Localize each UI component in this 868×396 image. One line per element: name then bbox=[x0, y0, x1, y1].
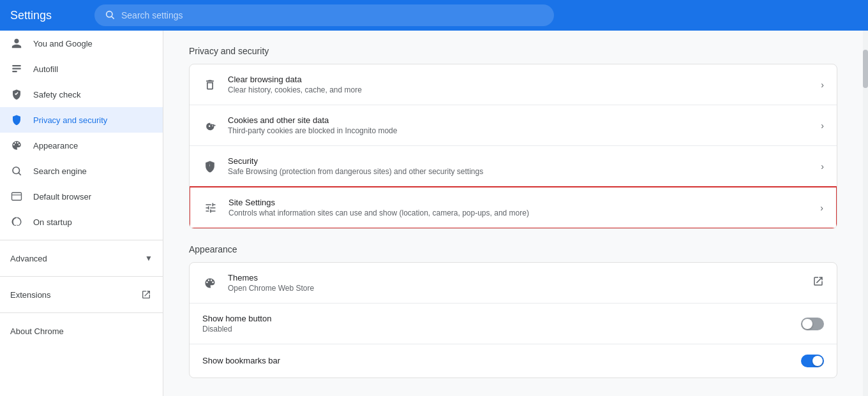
svg-rect-3 bbox=[12, 68, 21, 70]
show-home-button-row[interactable]: Show home button Disabled bbox=[190, 304, 837, 344]
external-link-icon bbox=[140, 288, 153, 301]
header: Settings bbox=[0, 0, 868, 31]
security-title: Security bbox=[228, 156, 811, 166]
sidebar-label-safety-check: Safety check bbox=[33, 90, 153, 99]
scrollbar-thumb[interactable] bbox=[863, 50, 868, 88]
site-settings-row[interactable]: Site Settings Controls what information … bbox=[189, 186, 837, 229]
site-settings-chevron: › bbox=[820, 203, 823, 213]
clear-browsing-data-chevron: › bbox=[821, 80, 824, 90]
sidebar-label-search-engine: Search engine bbox=[33, 166, 153, 176]
themes-palette-icon bbox=[202, 275, 218, 291]
clear-browsing-data-title: Clear browsing data bbox=[228, 75, 811, 84]
cookies-desc: Third-party cookies are blocked in Incog… bbox=[228, 126, 811, 135]
cookies-chevron: › bbox=[821, 121, 824, 131]
person-icon bbox=[10, 37, 23, 50]
sidebar-item-default-browser[interactable]: Default browser bbox=[0, 184, 163, 209]
show-bookmarks-bar-row[interactable]: Show bookmarks bar bbox=[190, 344, 837, 378]
scrollbar[interactable] bbox=[863, 31, 868, 396]
sidebar-item-safety-check[interactable]: Safety check bbox=[0, 82, 163, 107]
svg-rect-4 bbox=[12, 71, 17, 72]
clear-browsing-data-desc: Clear history, cookies, cache, and more bbox=[228, 85, 811, 94]
content-area: Privacy and security Clear browsing data… bbox=[163, 31, 863, 396]
themes-row[interactable]: Themes Open Chrome Web Store bbox=[190, 263, 837, 304]
privacy-section-title: Privacy and security bbox=[189, 46, 837, 56]
toggle-thumb bbox=[802, 319, 812, 329]
shield-check-icon bbox=[10, 88, 23, 101]
sidebar-item-autofill[interactable]: Autofill bbox=[0, 56, 163, 82]
browser-icon bbox=[10, 190, 23, 203]
themes-title: Themes bbox=[228, 273, 802, 282]
shield-blue-icon bbox=[10, 114, 23, 126]
sidebar-divider-3 bbox=[0, 312, 163, 313]
security-row[interactable]: Security Safe Browsing (protection from … bbox=[190, 146, 837, 187]
sidebar-label-extensions: Extensions bbox=[10, 290, 130, 300]
sidebar-label-on-startup: On startup bbox=[33, 217, 153, 227]
svg-point-0 bbox=[107, 11, 112, 17]
main-layout: You and Google Autofill Safety check Pri… bbox=[0, 31, 868, 396]
show-home-button-title: Show home button bbox=[202, 314, 791, 323]
delete-icon bbox=[202, 77, 218, 92]
sidebar-item-advanced[interactable]: Advanced ▼ bbox=[0, 246, 163, 271]
clear-browsing-data-row[interactable]: Clear browsing data Clear history, cooki… bbox=[190, 64, 837, 105]
security-chevron: › bbox=[821, 161, 824, 172]
show-bookmarks-bar-title: Show bookmarks bar bbox=[202, 356, 791, 365]
security-shield-icon bbox=[202, 159, 218, 174]
advanced-chevron-icon: ▼ bbox=[145, 254, 153, 263]
cookies-text: Cookies and other site data Third-party … bbox=[228, 115, 811, 135]
power-icon bbox=[10, 216, 23, 228]
palette-icon bbox=[10, 139, 23, 152]
appearance-section-title: Appearance bbox=[189, 244, 837, 254]
sidebar-item-privacy-security[interactable]: Privacy and security bbox=[0, 107, 163, 133]
search-input[interactable] bbox=[121, 10, 544, 20]
app-title: Settings bbox=[10, 9, 87, 22]
svg-rect-2 bbox=[12, 65, 21, 66]
svg-rect-7 bbox=[12, 193, 22, 200]
sidebar-item-appearance[interactable]: Appearance bbox=[0, 133, 163, 158]
autofill-icon bbox=[10, 62, 23, 75]
show-bookmarks-bar-text: Show bookmarks bar bbox=[202, 356, 791, 367]
clear-browsing-data-text: Clear browsing data Clear history, cooki… bbox=[228, 75, 811, 94]
show-home-button-desc: Disabled bbox=[202, 325, 791, 334]
appearance-settings-card: Themes Open Chrome Web Store Show home b… bbox=[189, 262, 837, 378]
sidebar-label-appearance: Appearance bbox=[33, 141, 153, 150]
security-text: Security Safe Browsing (protection from … bbox=[228, 156, 811, 176]
show-home-button-toggle[interactable] bbox=[801, 318, 824, 330]
search-engine-icon bbox=[10, 165, 23, 177]
themes-external-icon bbox=[812, 275, 824, 290]
site-settings-title: Site Settings bbox=[228, 198, 810, 207]
sidebar-divider-2 bbox=[0, 276, 163, 277]
show-bookmarks-bar-toggle[interactable] bbox=[801, 355, 824, 367]
toggle-thumb-2 bbox=[812, 356, 823, 366]
search-icon bbox=[105, 10, 115, 22]
sliders-icon bbox=[203, 200, 218, 216]
sidebar-item-search-engine[interactable]: Search engine bbox=[0, 158, 163, 184]
themes-text: Themes Open Chrome Web Store bbox=[228, 273, 802, 293]
site-settings-text: Site Settings Controls what information … bbox=[228, 198, 810, 217]
svg-line-6 bbox=[19, 173, 21, 175]
site-settings-desc: Controls what information sites can use … bbox=[228, 209, 810, 217]
sidebar-item-you-and-google[interactable]: You and Google bbox=[0, 31, 163, 56]
sidebar-item-about-chrome[interactable]: About Chrome bbox=[0, 318, 163, 344]
themes-desc: Open Chrome Web Store bbox=[228, 284, 802, 293]
sidebar-item-on-startup[interactable]: On startup bbox=[0, 209, 163, 235]
svg-line-1 bbox=[112, 17, 114, 19]
sidebar-label-about-chrome: About Chrome bbox=[10, 326, 153, 336]
sidebar-divider-1 bbox=[0, 240, 163, 240]
search-bar[interactable] bbox=[94, 4, 554, 26]
cookies-title: Cookies and other site data bbox=[228, 115, 811, 125]
show-home-button-text: Show home button Disabled bbox=[202, 314, 791, 334]
sidebar-label-you-and-google: You and Google bbox=[33, 39, 153, 48]
sidebar-label-default-browser: Default browser bbox=[33, 192, 153, 202]
sidebar-item-extensions[interactable]: Extensions bbox=[0, 282, 163, 307]
sidebar-label-privacy-security: Privacy and security bbox=[33, 115, 153, 125]
cookie-icon bbox=[202, 118, 218, 133]
sidebar: You and Google Autofill Safety check Pri… bbox=[0, 31, 163, 396]
privacy-settings-card: Clear browsing data Clear history, cooki… bbox=[189, 64, 837, 229]
security-desc: Safe Browsing (protection from dangerous… bbox=[228, 167, 811, 176]
sidebar-label-autofill: Autofill bbox=[33, 64, 153, 74]
cookies-row[interactable]: Cookies and other site data Third-party … bbox=[190, 105, 837, 146]
sidebar-label-advanced: Advanced bbox=[10, 254, 135, 263]
